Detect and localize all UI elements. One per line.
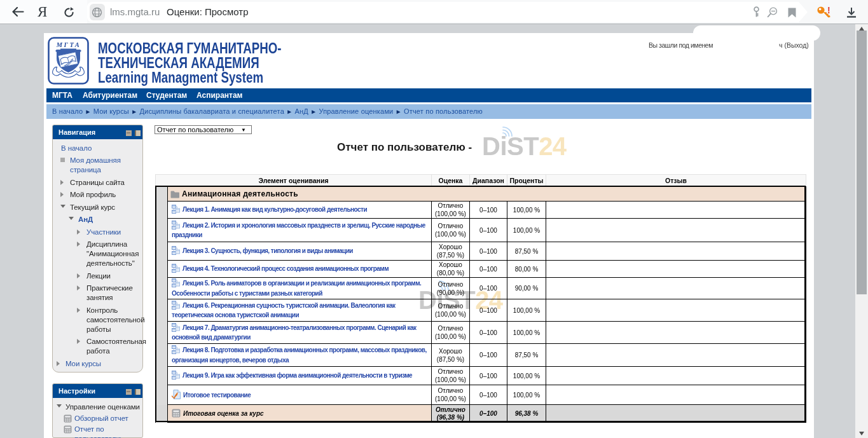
svg-text:МГТА: МГТА: [56, 41, 81, 48]
svg-text:!: !: [827, 6, 830, 15]
